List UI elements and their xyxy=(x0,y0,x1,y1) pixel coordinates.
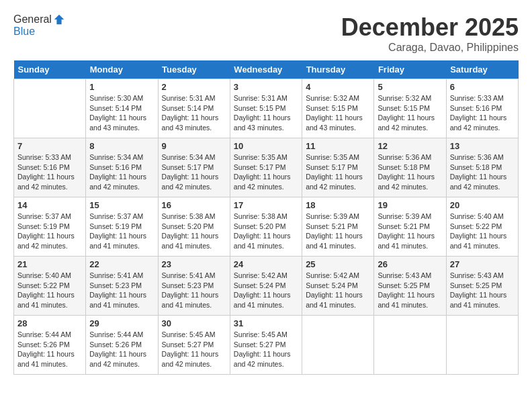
day-number: 23 xyxy=(162,259,226,269)
day-number: 26 xyxy=(378,259,442,269)
day-info: Sunrise: 5:38 AM Sunset: 5:20 PM Dayligh… xyxy=(234,212,298,251)
day-number: 29 xyxy=(89,318,154,328)
column-header-tuesday: Tuesday xyxy=(158,60,230,79)
day-number: 1 xyxy=(89,82,154,92)
day-info: Sunrise: 5:34 AM Sunset: 5:16 PM Dayligh… xyxy=(89,152,154,192)
day-cell: 31Sunrise: 5:45 AM Sunset: 5:27 PM Dayli… xyxy=(230,316,302,375)
day-cell: 10Sunrise: 5:35 AM Sunset: 5:17 PM Dayli… xyxy=(230,138,302,197)
day-info: Sunrise: 5:32 AM Sunset: 5:15 PM Dayligh… xyxy=(306,93,370,133)
day-cell: 5Sunrise: 5:32 AM Sunset: 5:15 PM Daylig… xyxy=(374,79,446,138)
day-info: Sunrise: 5:34 AM Sunset: 5:17 PM Dayligh… xyxy=(162,152,226,192)
column-header-saturday: Saturday xyxy=(446,60,518,79)
day-cell: 17Sunrise: 5:38 AM Sunset: 5:20 PM Dayli… xyxy=(230,197,302,257)
day-info: Sunrise: 5:43 AM Sunset: 5:25 PM Dayligh… xyxy=(378,271,442,310)
day-info: Sunrise: 5:41 AM Sunset: 5:23 PM Dayligh… xyxy=(162,271,226,310)
day-info: Sunrise: 5:31 AM Sunset: 5:15 PM Dayligh… xyxy=(234,93,298,133)
day-cell: 30Sunrise: 5:45 AM Sunset: 5:27 PM Dayli… xyxy=(158,316,230,375)
day-cell: 23Sunrise: 5:41 AM Sunset: 5:23 PM Dayli… xyxy=(158,257,230,316)
day-info: Sunrise: 5:37 AM Sunset: 5:19 PM Dayligh… xyxy=(89,212,154,251)
calendar-header-row: SundayMondayTuesdayWednesdayThursdayFrid… xyxy=(14,60,519,79)
logo-general-text: General xyxy=(13,13,52,26)
page-header: General Blue December 2025 Caraga, Davao… xyxy=(13,13,519,54)
day-cell xyxy=(302,316,374,375)
day-cell: 26Sunrise: 5:43 AM Sunset: 5:25 PM Dayli… xyxy=(374,257,446,316)
day-number: 10 xyxy=(234,141,298,151)
day-cell: 6Sunrise: 5:33 AM Sunset: 5:16 PM Daylig… xyxy=(446,79,518,138)
day-cell: 8Sunrise: 5:34 AM Sunset: 5:16 PM Daylig… xyxy=(86,138,158,197)
day-info: Sunrise: 5:45 AM Sunset: 5:27 PM Dayligh… xyxy=(234,330,298,369)
day-number: 30 xyxy=(162,318,226,328)
day-info: Sunrise: 5:35 AM Sunset: 5:17 PM Dayligh… xyxy=(306,152,370,192)
day-cell: 29Sunrise: 5:44 AM Sunset: 5:26 PM Dayli… xyxy=(86,316,158,375)
day-number: 12 xyxy=(378,141,442,151)
day-number: 18 xyxy=(306,200,370,210)
day-cell: 14Sunrise: 5:37 AM Sunset: 5:19 PM Dayli… xyxy=(14,197,86,257)
day-info: Sunrise: 5:40 AM Sunset: 5:22 PM Dayligh… xyxy=(17,271,82,310)
week-row-4: 21Sunrise: 5:40 AM Sunset: 5:22 PM Dayli… xyxy=(14,257,519,316)
day-cell: 7Sunrise: 5:33 AM Sunset: 5:16 PM Daylig… xyxy=(14,138,86,197)
day-info: Sunrise: 5:35 AM Sunset: 5:17 PM Dayligh… xyxy=(234,152,298,192)
day-number: 13 xyxy=(450,141,515,151)
day-cell: 3Sunrise: 5:31 AM Sunset: 5:15 PM Daylig… xyxy=(230,79,302,138)
day-number: 17 xyxy=(234,200,298,210)
day-info: Sunrise: 5:39 AM Sunset: 5:21 PM Dayligh… xyxy=(378,212,442,251)
day-info: Sunrise: 5:36 AM Sunset: 5:18 PM Dayligh… xyxy=(378,152,442,192)
day-number: 31 xyxy=(234,318,298,328)
day-cell xyxy=(374,316,446,375)
day-cell: 15Sunrise: 5:37 AM Sunset: 5:19 PM Dayli… xyxy=(86,197,158,257)
day-number: 15 xyxy=(89,200,154,210)
day-cell: 18Sunrise: 5:39 AM Sunset: 5:21 PM Dayli… xyxy=(302,197,374,257)
day-cell xyxy=(446,316,518,375)
day-info: Sunrise: 5:32 AM Sunset: 5:15 PM Dayligh… xyxy=(378,93,442,133)
title-block: December 2025 Caraga, Davao, Philippines xyxy=(341,13,519,54)
day-cell: 28Sunrise: 5:44 AM Sunset: 5:26 PM Dayli… xyxy=(14,316,86,375)
column-header-thursday: Thursday xyxy=(302,60,374,79)
day-number: 28 xyxy=(17,318,82,328)
day-number: 11 xyxy=(306,141,370,151)
day-cell: 27Sunrise: 5:43 AM Sunset: 5:25 PM Dayli… xyxy=(446,257,518,316)
day-cell: 16Sunrise: 5:38 AM Sunset: 5:20 PM Dayli… xyxy=(158,197,230,257)
day-cell: 12Sunrise: 5:36 AM Sunset: 5:18 PM Dayli… xyxy=(374,138,446,197)
day-cell xyxy=(14,79,86,138)
day-info: Sunrise: 5:43 AM Sunset: 5:25 PM Dayligh… xyxy=(450,271,515,310)
day-number: 9 xyxy=(162,141,226,151)
day-cell: 4Sunrise: 5:32 AM Sunset: 5:15 PM Daylig… xyxy=(302,79,374,138)
day-info: Sunrise: 5:36 AM Sunset: 5:18 PM Dayligh… xyxy=(450,152,515,192)
day-info: Sunrise: 5:42 AM Sunset: 5:24 PM Dayligh… xyxy=(234,271,298,310)
svg-marker-0 xyxy=(54,15,64,24)
column-header-monday: Monday xyxy=(86,60,158,79)
day-cell: 13Sunrise: 5:36 AM Sunset: 5:18 PM Dayli… xyxy=(446,138,518,197)
day-cell: 19Sunrise: 5:39 AM Sunset: 5:21 PM Dayli… xyxy=(374,197,446,257)
logo-icon xyxy=(53,13,65,26)
day-number: 14 xyxy=(17,200,82,210)
day-number: 22 xyxy=(89,259,154,269)
day-info: Sunrise: 5:30 AM Sunset: 5:14 PM Dayligh… xyxy=(89,93,154,133)
day-number: 25 xyxy=(306,259,370,269)
day-info: Sunrise: 5:33 AM Sunset: 5:16 PM Dayligh… xyxy=(450,93,515,133)
month-title: December 2025 xyxy=(341,13,519,42)
column-header-wednesday: Wednesday xyxy=(230,60,302,79)
logo-blue-text: Blue xyxy=(13,26,65,38)
day-info: Sunrise: 5:31 AM Sunset: 5:14 PM Dayligh… xyxy=(162,93,226,133)
day-number: 19 xyxy=(378,200,442,210)
day-info: Sunrise: 5:33 AM Sunset: 5:16 PM Dayligh… xyxy=(17,152,82,192)
day-number: 16 xyxy=(162,200,226,210)
day-number: 24 xyxy=(234,259,298,269)
day-cell: 9Sunrise: 5:34 AM Sunset: 5:17 PM Daylig… xyxy=(158,138,230,197)
day-cell: 1Sunrise: 5:30 AM Sunset: 5:14 PM Daylig… xyxy=(86,79,158,138)
week-row-2: 7Sunrise: 5:33 AM Sunset: 5:16 PM Daylig… xyxy=(14,138,519,197)
day-cell: 20Sunrise: 5:40 AM Sunset: 5:22 PM Dayli… xyxy=(446,197,518,257)
logo: General Blue xyxy=(13,13,65,38)
day-cell: 21Sunrise: 5:40 AM Sunset: 5:22 PM Dayli… xyxy=(14,257,86,316)
day-cell: 2Sunrise: 5:31 AM Sunset: 5:14 PM Daylig… xyxy=(158,79,230,138)
column-header-friday: Friday xyxy=(374,60,446,79)
week-row-3: 14Sunrise: 5:37 AM Sunset: 5:19 PM Dayli… xyxy=(14,197,519,257)
day-number: 4 xyxy=(306,82,370,92)
day-info: Sunrise: 5:41 AM Sunset: 5:23 PM Dayligh… xyxy=(89,271,154,310)
day-number: 3 xyxy=(234,82,298,92)
day-number: 5 xyxy=(378,82,442,92)
day-info: Sunrise: 5:45 AM Sunset: 5:27 PM Dayligh… xyxy=(162,330,226,369)
day-info: Sunrise: 5:40 AM Sunset: 5:22 PM Dayligh… xyxy=(450,212,515,251)
calendar-table: SundayMondayTuesdayWednesdayThursdayFrid… xyxy=(13,60,519,375)
day-info: Sunrise: 5:37 AM Sunset: 5:19 PM Dayligh… xyxy=(17,212,82,251)
